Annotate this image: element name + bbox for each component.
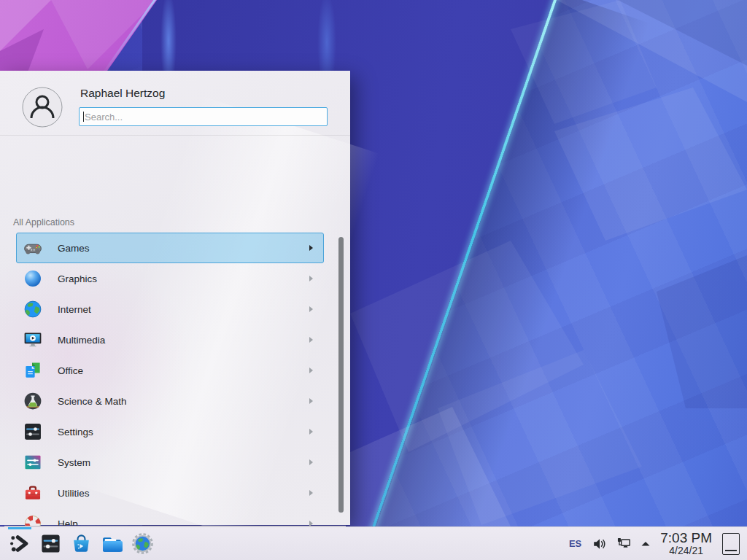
submenu-arrow-icon	[309, 521, 313, 526]
menu-item-label: Settings	[58, 427, 309, 438]
submenu-arrow-icon	[309, 398, 313, 404]
list-scrollbar[interactable]	[338, 237, 344, 513]
system-tray: ES 7:03 PM 4/24/21	[569, 527, 747, 560]
show-desktop-button[interactable]	[722, 533, 740, 555]
desktop: Raphael Hertzog All Applications Games G…	[0, 0, 747, 560]
file-manager-button[interactable]	[96, 527, 127, 560]
search-input[interactable]	[79, 107, 328, 126]
menu-item-science-math[interactable]: Science & Math	[16, 386, 324, 416]
kickoff-icon	[9, 532, 31, 555]
menu-item-label: Science & Math	[58, 396, 309, 407]
taskbar-panel: ES 7:03 PM 4/24/21	[0, 526, 747, 560]
menu-item-label: System	[58, 457, 309, 468]
digital-clock[interactable]: 7:03 PM 4/24/21	[660, 531, 712, 556]
system-settings-button[interactable]	[35, 527, 66, 560]
submenu-arrow-icon	[309, 368, 313, 373]
menu-item-label: Graphics	[58, 273, 309, 284]
menu-item-label: Utilities	[58, 488, 309, 499]
submenu-arrow-icon	[309, 337, 313, 343]
clock-date: 4/24/21	[669, 545, 703, 556]
multimedia-category-icon	[23, 330, 43, 350]
menu-item-system[interactable]: System	[16, 447, 324, 478]
menu-item-graphics[interactable]: Graphics	[16, 263, 324, 294]
browser-icon	[131, 532, 154, 555]
menu-item-internet[interactable]: Internet	[16, 294, 324, 324]
app-category-list: Games Graphics Internet Multimedia Offic…	[0, 233, 350, 526]
graphics-category-icon	[23, 268, 43, 289]
menu-item-games[interactable]: Games	[16, 233, 324, 263]
menu-item-office[interactable]: Office	[16, 355, 324, 386]
system-category-icon	[23, 452, 43, 472]
submenu-arrow-icon	[309, 276, 313, 281]
section-label: All Applications	[13, 217, 74, 228]
web-browser-button[interactable]	[127, 527, 158, 560]
settings-icon	[39, 532, 62, 555]
launcher-header: Raphael Hertzog	[0, 71, 350, 136]
menu-item-label: Games	[58, 243, 309, 254]
science-category-icon	[23, 391, 43, 411]
office-category-icon	[23, 360, 43, 381]
application-launcher-menu: Raphael Hertzog All Applications Games G…	[0, 71, 350, 525]
internet-category-icon	[23, 299, 43, 319]
keyboard-layout-indicator[interactable]: ES	[569, 538, 581, 549]
user-avatar[interactable]	[22, 87, 63, 128]
text-caret	[83, 112, 84, 122]
tray-expander-caret-icon[interactable]	[640, 538, 651, 550]
menu-item-label: Internet	[58, 304, 309, 315]
menu-item-label: Help	[58, 518, 309, 526]
menu-item-utilities[interactable]: Utilities	[16, 478, 324, 508]
settings-category-icon	[23, 421, 43, 442]
menu-item-label: Office	[58, 365, 309, 376]
clock-time: 7:03 PM	[660, 531, 712, 545]
menu-item-help[interactable]: Help	[16, 508, 324, 526]
submenu-arrow-icon	[309, 490, 313, 496]
submenu-arrow-icon	[309, 245, 313, 251]
user-name: Raphael Hertzog	[80, 87, 165, 100]
submenu-arrow-icon	[309, 459, 313, 465]
games-category-icon	[23, 238, 43, 258]
volume-icon[interactable]	[592, 536, 608, 552]
help-category-icon	[23, 513, 43, 526]
network-icon[interactable]	[616, 536, 632, 552]
taskbar-apps	[0, 527, 158, 560]
dolphin-icon	[101, 532, 123, 555]
menu-item-label: Multimedia	[58, 335, 309, 346]
discover-button[interactable]	[66, 527, 96, 560]
menu-item-settings[interactable]: Settings	[16, 416, 324, 447]
menu-item-multimedia[interactable]: Multimedia	[16, 324, 324, 355]
utilities-category-icon	[23, 483, 43, 503]
submenu-arrow-icon	[309, 429, 313, 435]
application-launcher-button[interactable]	[4, 527, 35, 560]
discover-icon	[70, 532, 93, 555]
submenu-arrow-icon	[309, 306, 313, 312]
